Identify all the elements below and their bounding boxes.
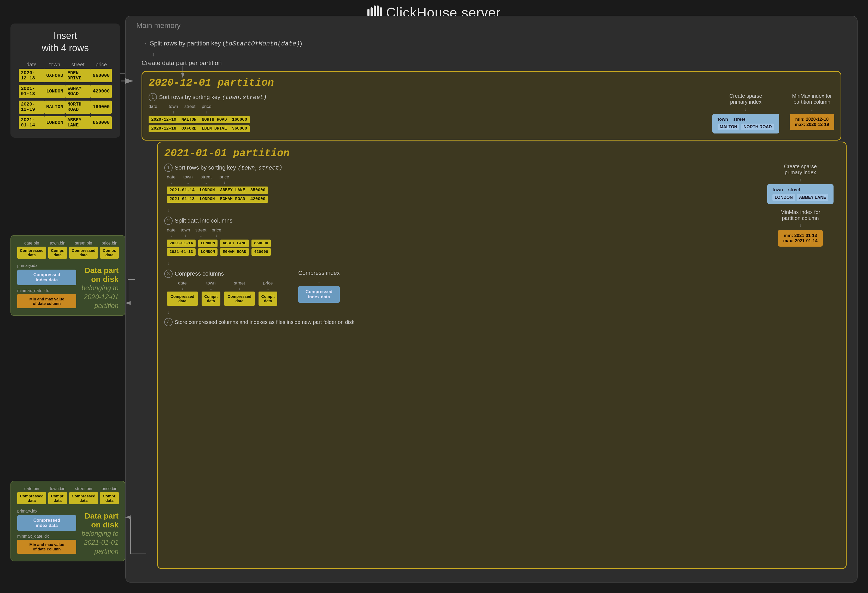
- primary-index-2020: Create sparseprimary index ↓ town street…: [712, 93, 779, 133]
- split-town-1: LONDON: [198, 240, 217, 247]
- minmax-orange-2021: Min and max valueof date column: [17, 540, 76, 554]
- insert-title: Insertwith 4 rows: [19, 30, 112, 54]
- disk-panel-2020: date.bin Compresseddata town.bin Compr.d…: [10, 235, 125, 316]
- cell-date: 2021-01-13: [19, 85, 44, 98]
- col-header-price: price: [91, 61, 112, 69]
- cell-town: MALTON: [44, 101, 65, 114]
- step4-label: Store compressed columns and indexes as …: [175, 319, 354, 325]
- col-header-town: town: [44, 61, 65, 69]
- primary-val2-2020: NORTH ROAD: [741, 124, 774, 130]
- compressed-price: Compr.data: [258, 291, 278, 306]
- icon-bar-1: [368, 9, 369, 16]
- partition-2020: 2020-12-01 partition 1 Sort rows by sort…: [142, 71, 841, 140]
- table-row: 2021-01-13 LONDON EGHAM ROAD 420000: [19, 85, 112, 98]
- step-circle-2: 2: [164, 217, 173, 225]
- compressed-town: Compr.data: [202, 291, 220, 306]
- cell-street: ABBEY LANE: [65, 116, 91, 129]
- minmax-2021-box: min: 2021-01-13 max: 2021-01-14: [778, 230, 822, 247]
- create-sparse-2020-label: Create sparseprimary index: [729, 93, 762, 105]
- step2-label: Split data into columns: [175, 217, 232, 224]
- split-town-2: LONDON: [198, 248, 217, 256]
- compressed-date: Compresseddata: [167, 291, 198, 306]
- minmax-orange-2020: Min and max valueof date column: [17, 294, 76, 308]
- cell-date: 2021-01-14: [19, 116, 44, 129]
- create-part-label: Create data part per partition: [142, 59, 222, 67]
- table-row: 2021-01-13 LONDON EGHAM ROAD 420000: [167, 196, 268, 203]
- step-circle-3: 3: [164, 269, 173, 278]
- primary-col1-2021: town: [772, 187, 783, 192]
- partition-2021: 2021-01-01 partition 1 Sort rows by sort…: [157, 142, 847, 569]
- server-panel: Main memory → Split rows by partition ke…: [125, 16, 858, 583]
- cell-street: EGHAM ROAD: [65, 85, 91, 98]
- create-sparse-2021-label: Create sparseprimary index: [784, 164, 817, 176]
- disk-files-2021: date.bin Compresseddata town.bin Compr.d…: [17, 487, 118, 504]
- step1-2021-label: Sort rows by sorting key (town,street): [175, 164, 282, 172]
- disk-panel-2021-title: Data parton disk: [81, 512, 118, 529]
- disk-panel-2020-subtitle: belonging to2020-12-01partition: [81, 284, 118, 310]
- insert-box: Insertwith 4 rows date town street price…: [10, 24, 120, 138]
- primary-col2-2021: street: [788, 187, 800, 192]
- split-street-1: ABBEY LANE: [220, 240, 249, 247]
- compress-index-label: Compress index: [298, 269, 340, 277]
- primary-val2-2021: ABBEY LANE: [797, 194, 828, 201]
- compressed-index-2021: Compressedindex data: [17, 515, 76, 531]
- table-row: 2021-01-14 LONDON ABBEY LANE 850000: [19, 116, 112, 129]
- table-row: 2020-12-19 MALTON NORTH ROAD 160000: [19, 101, 112, 114]
- step3-label: Compress columns: [175, 271, 224, 277]
- step1-2020-label: Sort rows by sorting key (town,street): [159, 94, 267, 101]
- primary-val1-2021: LONDON: [772, 194, 795, 201]
- minmax-2021-label: MinMax index forpartition column: [781, 209, 820, 221]
- step-circle-1-2021: 1: [164, 164, 173, 172]
- split-price-2: 420000: [251, 248, 271, 256]
- split-price-1: 850000: [251, 240, 271, 247]
- split-date-1: 2021-01-14: [167, 240, 196, 247]
- partition-2020-table: 2020-12-19 MALTON NORTH ROAD 160000 2020…: [149, 116, 249, 132]
- partition-2021-sorted-table: 2021-01-14 LONDON ABBEY LANE 850000 2021…: [167, 186, 268, 203]
- primary-index-2021: Create sparseprimary index ↓ town street…: [761, 164, 840, 204]
- cell-price: 960000: [91, 69, 112, 82]
- col-header-date: date: [19, 61, 44, 69]
- disk-panel-2020-title: Data parton disk: [81, 266, 118, 284]
- minmax-2021: MinMax index forpartition column ↓ min: …: [761, 209, 840, 247]
- primary-idx-label-2020: primary.idx: [17, 263, 76, 268]
- col-header-street: street: [65, 61, 91, 69]
- compressed-street: Compresseddata: [224, 291, 255, 306]
- split-street-2: EGHAM ROAD: [220, 248, 249, 256]
- minmax-2020-box: min: 2020-12-18 max: 2020-12-19: [790, 114, 834, 130]
- minmax-2020-label: MinMax index forpartition column: [792, 93, 832, 105]
- primary-col1-2020: town: [717, 117, 728, 122]
- disk-files-2020: date.bin Compresseddata town.bin Compr.d…: [17, 241, 118, 259]
- cell-price: 160000: [91, 101, 112, 114]
- cell-town: OXFORD: [44, 69, 65, 82]
- primary-idx-label-2021: primary.idx: [17, 509, 76, 513]
- primary-col2-2020: street: [733, 117, 745, 122]
- disk-panel-2021: date.bin Compresseddata town.bin Compr.d…: [10, 481, 125, 561]
- insert-table: date town street price 2020-12-18 OXFORD…: [19, 61, 112, 129]
- disk-panel-2021-subtitle: belonging to2021-01-01partition: [81, 529, 118, 556]
- table-row: 2020-12-19 MALTON NORTH ROAD 160000: [149, 116, 249, 123]
- partition-2021-title: 2021-01-01 partition: [164, 148, 840, 159]
- cell-town: LONDON: [44, 116, 65, 129]
- cell-price: 850000: [91, 116, 112, 129]
- cell-date: 2020-12-19: [19, 101, 44, 114]
- minmax-2020: MinMax index forpartition column ↓ min: …: [790, 93, 834, 130]
- partition-2020-title: 2020-12-01 partition: [149, 77, 834, 89]
- primary-val1-2020: MALTON: [717, 124, 739, 130]
- cell-town: LONDON: [44, 85, 65, 98]
- cell-street: NORTH ROAD: [65, 101, 91, 114]
- split-rows-label: Split rows by partition key (toStartOfMo…: [150, 40, 302, 47]
- minmax-idx-label-2021: minmax_date.idx: [17, 534, 76, 539]
- step-circle-4: 4: [164, 318, 173, 326]
- memory-label: Main memory: [136, 21, 181, 30]
- compressed-index-2020: Compressedindex data: [17, 269, 76, 285]
- step-circle-1: 1: [149, 93, 157, 101]
- cell-street: EDEN DRIVE: [65, 69, 91, 82]
- table-row: 2021-01-14 LONDON ABBEY LANE 850000: [167, 186, 268, 194]
- compressed-index-box: Compressedindex data: [298, 286, 340, 303]
- cell-price: 420000: [91, 85, 112, 98]
- table-row: 2020-12-18 OXFORD EDEN DRIVE 960000: [149, 126, 249, 132]
- minmax-idx-label-2020: minmax_date.idx: [17, 288, 76, 293]
- split-date-2: 2021-01-13: [167, 248, 196, 256]
- table-row: 2020-12-18 OXFORD EDEN DRIVE 960000: [19, 69, 112, 82]
- cell-date: 2020-12-18: [19, 69, 44, 82]
